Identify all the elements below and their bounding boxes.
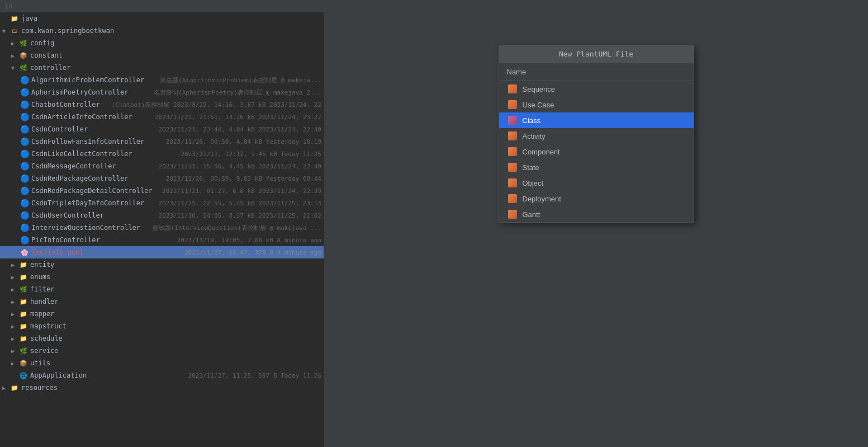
popup-name-label: Name <box>507 68 527 76</box>
sequence-icon <box>507 84 518 93</box>
spring-icon: 🌿 <box>19 39 28 48</box>
usecase-icon <box>507 100 518 109</box>
tree-item-PicInfoController[interactable]: 🔵 PicInfoController 2023/11/19, 19:05, 2… <box>0 234 324 246</box>
class-icon-11: 🔵 <box>20 199 29 208</box>
file-tree[interactable]: in 📁 java ▼ 🗂 com.kwan.springbootkwan ▶ … <box>0 0 324 447</box>
tree-item-CsdnRedPackageDetailController[interactable]: 🔵 CsdnRedPackageDetailController 2023/11… <box>0 185 324 197</box>
tree-item-CsdnArticleInfoController[interactable]: 🔵 CsdnArticleInfoController 2023/11/23, … <box>0 111 324 123</box>
tree-item-AphorismPoetryController[interactable]: 🔵 AphorismPoetryController 名言警句(Aphorism… <box>0 86 324 98</box>
class-icon <box>507 116 518 125</box>
tree-item-CsdnMessageController[interactable]: 🔵 CsdnMessageController 2023/11/11, 15:5… <box>0 160 324 172</box>
folder-open-icon: 🗂 <box>10 26 19 35</box>
popup-item-label-activity: Activity <box>523 132 546 140</box>
tree-item-handler[interactable]: ▶ 📁 handler <box>0 295 324 308</box>
tree-item-entity[interactable]: ▶ 📁 entity <box>0 258 324 271</box>
class-icon-7: 🔵 <box>20 149 29 158</box>
popup-item-label-class: Class <box>523 116 541 125</box>
popup-name-input[interactable] <box>532 68 685 76</box>
popup-item-state[interactable]: State <box>499 159 694 175</box>
popup-item-label-state: State <box>523 163 539 172</box>
popup-item-sequence[interactable]: Sequence <box>499 81 694 97</box>
tree-item-schedule[interactable]: ▶ 📁 schedule <box>0 332 324 345</box>
folder-icon-schedule: 📁 <box>19 334 28 343</box>
tree-item-com-kwan[interactable]: ▼ 🗂 com.kwan.springbootkwan <box>0 25 324 37</box>
class-icon-8: 🔵 <box>20 162 29 171</box>
popup-item-object[interactable]: Object <box>499 175 694 191</box>
popup-item-label-object: Object <box>523 179 544 187</box>
tree-item-InterviewQuestionController[interactable]: 🔵 InterviewQuestionController 面试题(Interv… <box>0 222 324 234</box>
component-icon <box>507 147 518 156</box>
tree-item-controller[interactable]: ▼ 🌿 controller <box>0 62 324 74</box>
pkg-icon-utils: 📦 <box>19 359 28 368</box>
tree-item-mapstruct[interactable]: ▶ 📁 mapstruct <box>0 320 324 332</box>
spring-icon-2: 🌿 <box>19 63 28 72</box>
folder-icon: 📁 <box>10 14 19 23</box>
tree-item-utils[interactable]: ▶ 📦 utils <box>0 357 324 369</box>
popup-item-list[interactable]: SequenceUse CaseClassActivityComponentSt… <box>499 81 694 222</box>
class-icon-5: 🔵 <box>20 125 29 134</box>
object-icon <box>507 178 518 187</box>
puml-icon: 🌸 <box>20 248 29 257</box>
tree-item-TestInfo-puml[interactable]: 🌸 TestInfo.puml 2023/11/27, 15:47, 379 B… <box>0 246 324 258</box>
folder-icon-resources: 📁 <box>10 383 19 392</box>
popup-item-component[interactable]: Component <box>499 144 694 159</box>
folder-icon-mapper: 📁 <box>19 309 28 318</box>
folder-icon-mapstruct: 📁 <box>19 322 28 331</box>
class-icon-3: 🔵 <box>20 100 29 109</box>
popup-item-label-sequence: Sequence <box>523 85 556 93</box>
right-panel: New PlantUML File Name SequenceUse CaseC… <box>324 0 868 447</box>
class-icon-9: 🔵 <box>20 174 29 183</box>
tree-item-resources[interactable]: ▶ 📁 resources <box>0 382 324 394</box>
tree-item-AlgorithmicProblemController[interactable]: 🔵 AlgorithmicProblemController 算法题(Algor… <box>0 74 324 86</box>
class-icon-13: 🔵 <box>20 223 29 232</box>
tree-item-AppApplication[interactable]: 🌐 AppApplication 2023/11/27, 11:25, 597 … <box>0 369 324 382</box>
tree-item-service[interactable]: ▶ 🌿 service <box>0 345 324 357</box>
popup-item-label-gantt: Gantt <box>523 210 540 219</box>
class-icon-6: 🔵 <box>20 137 29 146</box>
tree-item-CsdnRedPackageController[interactable]: 🔵 CsdnRedPackageController 2023/11/26, 0… <box>0 172 324 185</box>
folder-icon-entity: 📁 <box>19 260 28 269</box>
class-icon-14: 🔵 <box>20 236 29 244</box>
deployment-icon <box>507 194 518 203</box>
popup-item-usecase[interactable]: Use Case <box>499 97 694 112</box>
class-icon-4: 🔵 <box>20 112 29 121</box>
tree-item-mapper[interactable]: ▶ 📁 mapper <box>0 308 324 320</box>
globe-icon: 🌐 <box>19 371 28 380</box>
tree-item-java[interactable]: 📁 java <box>0 12 324 25</box>
folder-icon-handler: 📁 <box>19 297 28 306</box>
tree-item-config[interactable]: ▶ 🌿 config <box>0 37 324 49</box>
popup-item-activity[interactable]: Activity <box>499 128 694 144</box>
popup-item-label-component: Component <box>523 148 560 156</box>
new-plantuml-popup[interactable]: New PlantUML File Name SequenceUse CaseC… <box>499 45 694 223</box>
spring-icon-service: 🌿 <box>19 346 28 355</box>
popup-item-deployment[interactable]: Deployment <box>499 191 694 206</box>
popup-item-label-usecase: Use Case <box>523 101 554 109</box>
class-icon: 🔵 <box>20 76 29 84</box>
activity-icon <box>507 131 518 140</box>
tree-item-filter[interactable]: ▶ 🌿 filter <box>0 283 324 295</box>
popup-item-gantt[interactable]: Gantt <box>499 206 694 222</box>
class-icon-10: 🔵 <box>20 186 29 195</box>
tree-item-CsdnUserController[interactable]: 🔵 CsdnUserController 2023/11/10, 14:05, … <box>0 209 324 222</box>
folder-icon-enums: 📁 <box>19 272 28 281</box>
spring-icon-filter: 🌿 <box>19 285 28 294</box>
tree-item-CsdnController[interactable]: 🔵 CsdnController 2023/11/21, 23:44, 4.04… <box>0 123 324 135</box>
popup-item-class[interactable]: Class <box>499 112 694 128</box>
tree-item-CsdnTripletDayInfoController[interactable]: 🔵 CsdnTripletDayInfoController 2023/11/2… <box>0 197 324 209</box>
tree-item-in: in <box>0 0 324 12</box>
popup-item-label-deployment: Deployment <box>523 195 561 203</box>
tree-item-CsdnLikeCollectController[interactable]: 🔵 CsdnLikeCollectController 2023/11/11, … <box>0 148 324 160</box>
pkg-icon: 📦 <box>19 51 28 60</box>
tree-item-enums[interactable]: ▶ 📁 enums <box>0 271 324 283</box>
tree-item-ChatbotController[interactable]: 🔵 ChatbotController (Chatbot)表控制层 2023/8… <box>0 98 324 111</box>
class-icon-2: 🔵 <box>20 88 29 97</box>
state-icon <box>507 163 518 172</box>
class-icon-12: 🔵 <box>20 211 29 220</box>
tree-item-CsdnFollowFansInfoController[interactable]: 🔵 CsdnFollowFansInfoController 2023/11/2… <box>0 135 324 148</box>
tree-item-constant[interactable]: ▶ 📦 constant <box>0 49 324 62</box>
gantt-icon <box>507 210 518 219</box>
popup-title: New PlantUML File <box>499 45 694 63</box>
popup-name-row[interactable]: Name <box>499 63 694 81</box>
